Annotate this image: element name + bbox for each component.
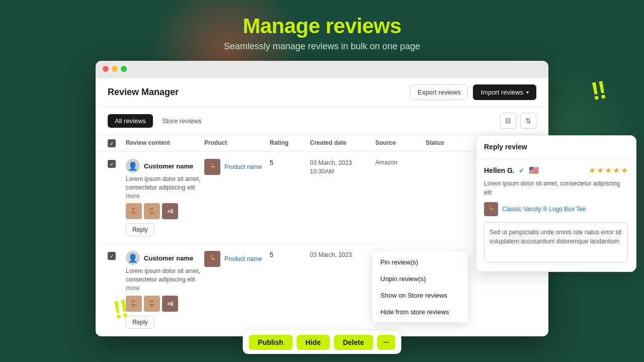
- verified-icon: ✔: [519, 166, 525, 174]
- review-thumb-1: 🪑: [126, 203, 142, 219]
- star-3: ★: [605, 165, 612, 175]
- row2-review-content: 👤 Customer name Lorem ipsum dolor sit am…: [126, 251, 204, 328]
- row1-product-thumb: 🪑: [204, 159, 220, 175]
- browser-window: Review Manager Export reviews Import rev…: [96, 61, 548, 336]
- row1-source: Amazon: [375, 159, 426, 166]
- user-icon: 👤: [128, 161, 138, 171]
- row2-checkbox[interactable]: [108, 252, 116, 260]
- row1-date: 03 March, 202310:30AM: [310, 159, 375, 176]
- row1-reply-button[interactable]: Reply: [126, 223, 154, 236]
- export-button[interactable]: Export reviews: [410, 84, 468, 100]
- row1-review-images: 🪑 🪑 +6: [126, 203, 204, 219]
- review-more-count: +6: [162, 203, 178, 219]
- row1-review-content: 👤 Customer name Lorem ipsum dolor sit am…: [126, 159, 204, 236]
- col-created-date: Created date: [310, 139, 375, 146]
- reply-product-link[interactable]: Classic Varcity ® Logo Box Tee: [502, 206, 586, 213]
- page-header: Manage reviews Seamlessly manage reviews…: [224, 0, 420, 61]
- action-bar: Publish Hide Delete ···: [243, 331, 401, 354]
- app-title: Review Manager: [108, 87, 179, 98]
- row1-checkbox[interactable]: [108, 160, 116, 168]
- context-menu: Pin review(s) Unpin review(s) Show on St…: [372, 252, 468, 322]
- row1-review-text: Lorem ipsum dolor sit amet, consectetur …: [126, 175, 204, 200]
- tab-all-reviews[interactable]: All reviews: [108, 114, 153, 128]
- page-subtitle: Seamlessly manage reviews in bulk on one…: [224, 41, 420, 52]
- row2-product-cell: 🪑 Product name: [204, 251, 270, 267]
- row2-rating: 5: [270, 251, 310, 258]
- exclaim-decoration-top: ‼: [589, 77, 608, 104]
- row1-reviewer-info: 👤 Customer name: [126, 159, 204, 173]
- window-close-dot[interactable]: [103, 66, 109, 72]
- review-more-count-2: +6: [162, 296, 178, 312]
- tabs-container: All reviews Store reviews: [108, 114, 209, 128]
- row1-more-link[interactable]: more: [126, 193, 139, 200]
- row1-avatar: 👤: [126, 159, 140, 173]
- row2-more-link[interactable]: more: [126, 285, 139, 292]
- sort-icon: ⇅: [525, 117, 531, 125]
- reply-product-thumb: 🪑: [484, 202, 498, 216]
- select-all-checkbox[interactable]: [108, 139, 116, 147]
- reply-review-text: Lorem ipsum dolor sit amet, consectetur …: [484, 179, 628, 197]
- star-1: ★: [589, 165, 596, 175]
- row2-product-thumb: 🪑: [204, 251, 220, 267]
- chevron-down-icon: ▾: [526, 89, 529, 95]
- more-button[interactable]: ···: [377, 335, 395, 350]
- star-2: ★: [597, 165, 604, 175]
- tab-store-reviews[interactable]: Store reviews: [155, 114, 209, 128]
- browser-titlebar: [96, 61, 548, 77]
- star-4: ★: [613, 165, 620, 175]
- publish-button[interactable]: Publish: [249, 335, 293, 350]
- star-5: ★: [621, 165, 628, 175]
- tab-actions: ⊟ ⇅: [500, 113, 536, 129]
- review-thumb-2: 🪑: [144, 296, 160, 312]
- col-product: Product: [204, 139, 270, 146]
- reply-reviewer-info: Hellen G. ✔ 🇺🇸 ★ ★ ★ ★ ★: [484, 165, 628, 175]
- filter-button[interactable]: ⊟: [500, 113, 516, 129]
- col-review-content: Review content: [126, 139, 204, 146]
- delete-button[interactable]: Delete: [334, 335, 373, 350]
- menu-pin-reviews[interactable]: Pin review(s): [372, 254, 468, 270]
- import-button[interactable]: Import reviews ▾: [473, 84, 536, 100]
- flag-icon: 🇺🇸: [529, 165, 539, 175]
- hide-button[interactable]: Hide: [296, 335, 330, 350]
- app-header: Review Manager Export reviews Import rev…: [96, 77, 548, 108]
- window-maximize-dot[interactable]: [121, 66, 127, 72]
- menu-show-store[interactable]: Show on Store reviews: [372, 287, 468, 304]
- row2-reviewer-info: 👤 Customer name: [126, 251, 204, 265]
- row2-product-name[interactable]: Product name: [224, 255, 262, 262]
- star-rating: ★ ★ ★ ★ ★: [589, 165, 628, 175]
- row2-avatar: 👤: [126, 251, 140, 265]
- row1-product-name[interactable]: Product name: [224, 163, 262, 170]
- menu-hide-store[interactable]: Hide from store reviews: [372, 304, 468, 320]
- reply-panel-body: Hellen G. ✔ 🇺🇸 ★ ★ ★ ★ ★ Lorem ipsum dol…: [476, 158, 636, 272]
- filter-icon: ⊟: [505, 117, 511, 125]
- reply-reviewer-name: Hellen G.: [484, 166, 515, 174]
- window-minimize-dot[interactable]: [112, 66, 118, 72]
- reply-review-panel: Reply review Hellen G. ✔ 🇺🇸 ★ ★ ★ ★ ★ Lo…: [475, 135, 636, 272]
- row1-rating: 5: [270, 159, 310, 166]
- row1-reviewer-name: Customer name: [144, 162, 193, 170]
- row2-reviewer-name: Customer name: [144, 254, 193, 262]
- row2-review-text: Lorem ipsum dolor sit amet, consectetur …: [126, 267, 204, 292]
- row2-review-images: 🪑 🪑 +6: [126, 296, 204, 312]
- row2-date: 03 March, 2023: [310, 251, 375, 259]
- row1-product-cell: 🪑 Product name: [204, 159, 270, 175]
- reply-panel-header: Reply review: [476, 136, 636, 158]
- col-rating: Rating: [270, 139, 310, 146]
- sort-button[interactable]: ⇅: [520, 113, 536, 129]
- header-actions: Export reviews Import reviews ▾: [410, 84, 536, 100]
- tabs-bar: All reviews Store reviews ⊟ ⇅: [96, 108, 548, 134]
- page-title: Manage reviews: [224, 14, 420, 38]
- reply-textarea[interactable]: Sed ut perspiciatis unde omnis iste natu…: [484, 222, 628, 262]
- reply-product: 🪑 Classic Varcity ® Logo Box Tee: [484, 202, 628, 216]
- menu-unpin-reviews[interactable]: Unpin review(s): [372, 270, 468, 287]
- review-thumb-2: 🪑: [144, 203, 160, 219]
- user-icon: 👤: [128, 253, 138, 263]
- col-source: Source: [375, 139, 426, 146]
